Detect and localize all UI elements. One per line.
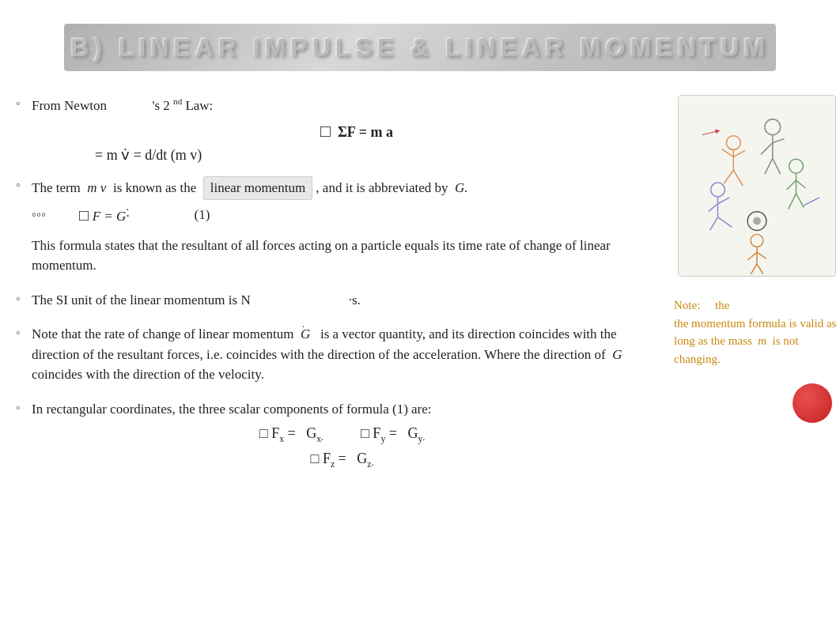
si-content: The SI unit of the linear momentum is N … bbox=[32, 290, 650, 317]
G-math: G. bbox=[455, 180, 468, 195]
left-content: ◦ From Newton 's 2 nd Law: □ ΣF = m a = … bbox=[16, 95, 666, 481]
formula-2: = m v̇ = d/dt (m v) bbox=[95, 146, 650, 164]
formula-G: □ F = G·· bbox=[79, 206, 129, 224]
rate-content: Note that the rate of change of linear m… bbox=[32, 324, 650, 391]
newton-section: ◦ From Newton 's 2 nd Law: □ ΣF = m a = … bbox=[16, 95, 650, 168]
momentum-section: ◦ The term m v is known as the linear mo… bbox=[16, 176, 650, 228]
mv-math: m v bbox=[87, 180, 106, 195]
bullet-5: ◦ bbox=[16, 326, 32, 340]
main-content: ◦ From Newton 's 2 nd Law: □ ΣF = m a = … bbox=[0, 95, 840, 481]
bullet-1: ◦ bbox=[16, 96, 32, 111]
formula-x: □ Fx = Gx· bbox=[259, 425, 321, 444]
bullet-6: ◦ bbox=[16, 401, 32, 415]
G-vec: G bbox=[612, 347, 622, 362]
dots-row: ◦◦◦ □ F = G·· (1) bbox=[32, 206, 650, 224]
rate-text: Note that the rate of change of linear m… bbox=[32, 324, 650, 385]
right-panel: Note: the the momentum formula is valid … bbox=[666, 95, 840, 481]
G-dot: G· bbox=[301, 326, 314, 341]
si-text: The SI unit of the linear momentum is N … bbox=[32, 290, 650, 311]
is-known: is known as the bbox=[113, 180, 196, 195]
note-the: the bbox=[715, 299, 729, 311]
si-section: ◦ The SI unit of the linear momentum is … bbox=[16, 290, 650, 317]
statement-text: This formula states that the resultant o… bbox=[32, 236, 650, 276]
red-circle bbox=[793, 383, 832, 423]
from-newton-text: From Newton bbox=[32, 98, 107, 113]
rate-section: ◦ Note that the rate of change of linear… bbox=[16, 324, 650, 391]
formula-y: □ Fy = Gy· bbox=[361, 425, 422, 444]
momentum-content: The term m v is known as the linear mome… bbox=[32, 176, 650, 228]
apostrophe-s: 's 2 bbox=[152, 98, 169, 113]
note-math: m bbox=[758, 334, 766, 347]
bullet-2: ◦ bbox=[16, 178, 32, 192]
note-text: the momentum formula is valid as long as… bbox=[674, 317, 836, 348]
formula-label: (1) bbox=[195, 207, 210, 223]
newton-content: From Newton 's 2 nd Law: □ ΣF = m a = m … bbox=[32, 95, 650, 168]
formula-1: □ ΣF = m a bbox=[63, 122, 650, 141]
component-formulas: □ Fx = Gx· □ Fy = Gy· bbox=[32, 425, 650, 444]
sports-image bbox=[678, 95, 836, 277]
bullet-4: ◦ bbox=[16, 292, 32, 306]
note-box: Note: the the momentum formula is valid … bbox=[674, 296, 840, 368]
svg-point-26 bbox=[753, 217, 761, 225]
note-prefix: Note: bbox=[674, 299, 700, 311]
linear-momentum-highlight: linear momentum bbox=[203, 176, 312, 200]
momentum-text: The term m v is known as the linear mome… bbox=[32, 176, 650, 200]
rect-section: ◦ In rectangular coordinates, the three … bbox=[16, 399, 650, 474]
statement-section: This formula states that the resultant o… bbox=[16, 236, 650, 282]
header-banner: b) LINEAR IMPULSE & LINEAR MOMENTUM bbox=[64, 24, 776, 71]
rect-content: In rectangular coordinates, the three sc… bbox=[32, 399, 650, 474]
newton-intro: From Newton 's 2 nd Law: bbox=[32, 95, 650, 115]
sports-svg bbox=[679, 96, 835, 276]
rect-text: In rectangular coordinates, the three sc… bbox=[32, 399, 650, 420]
dots-label: ◦◦◦ bbox=[32, 207, 46, 223]
law-text: Law: bbox=[185, 98, 213, 113]
header-title: b) LINEAR IMPULSE & LINEAR MOMENTUM bbox=[70, 33, 770, 62]
formula-z: □ Fz = Gz· bbox=[32, 451, 650, 470]
superscript-nd: nd bbox=[173, 96, 182, 106]
the-term: The term bbox=[32, 180, 81, 195]
statement-content: This formula states that the resultant o… bbox=[32, 236, 650, 282]
abbreviated: , and it is abbreviated by bbox=[316, 180, 448, 195]
